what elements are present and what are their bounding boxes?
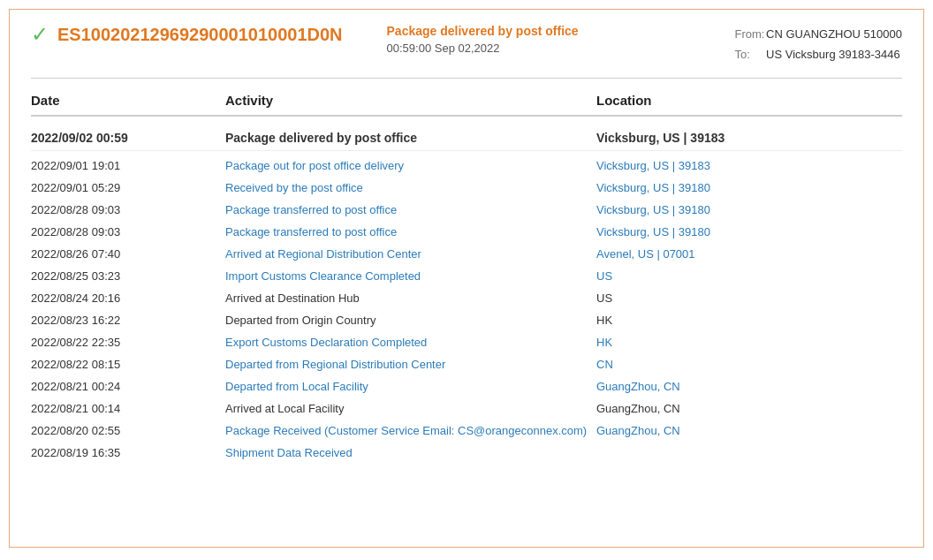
cell-date: 2022/09/01 05:29 [31, 181, 225, 194]
cell-location: GuangZhou, CN [596, 402, 902, 415]
from-label: From: [734, 24, 762, 44]
cell-activity: Departed from Local Facility [225, 380, 596, 393]
table-row: 2022/09/01 05:29Received by the post off… [31, 177, 902, 199]
cell-date: 2022/08/22 22:35 [31, 336, 225, 349]
cell-activity: Package out for post office delivery [225, 159, 596, 172]
cell-location: US [596, 269, 902, 283]
cell-date: 2022/08/22 08:15 [31, 358, 225, 371]
table-row: 2022/08/22 22:35Export Customs Declarati… [31, 331, 902, 353]
cell-location: Vicksburg, US | 39180 [596, 225, 902, 238]
table-row: 2022/08/19 16:35Shipment Data Received [31, 442, 902, 464]
cell-date: 2022/08/28 09:03 [31, 225, 225, 238]
col-activity-header: Activity [225, 93, 596, 108]
cell-activity: Package Received (Customer Service Email… [225, 424, 596, 437]
tracking-table: Date Activity Location 2022/09/02 00:59P… [31, 93, 902, 464]
header-right: From: CN GUANGZHOU 510000 To: US Vicksbu… [734, 24, 902, 65]
cell-activity: Received by the post office [225, 181, 596, 194]
cell-date: 2022/08/25 03:23 [31, 269, 225, 283]
cell-date: 2022/09/02 00:59 [31, 131, 225, 145]
table-row: 2022/08/20 02:55Package Received (Custom… [31, 420, 902, 442]
table-row: 2022/08/21 00:14Arrived at Local Facilit… [31, 397, 902, 420]
cell-activity: Shipment Data Received [225, 446, 596, 459]
col-location-header: Location [596, 93, 902, 108]
cell-activity: Departed from Regional Distribution Cent… [225, 358, 596, 371]
cell-location: Vicksburg, US | 39183 [596, 159, 902, 172]
table-row: 2022/08/22 08:15Departed from Regional D… [31, 353, 902, 375]
cell-date: 2022/08/24 20:16 [31, 291, 225, 305]
status-text: Package delivered by post office [387, 24, 717, 38]
to-label: To: [734, 44, 762, 64]
to-value: US Vicksburg 39183-3446 [766, 48, 900, 61]
table-row: 2022/09/01 19:01Package out for post off… [31, 155, 902, 177]
table-row: 2022/08/25 03:23Import Customs Clearance… [31, 265, 902, 287]
cell-date: 2022/08/23 16:22 [31, 314, 225, 327]
cell-location: Vicksburg, US | 39180 [596, 181, 902, 194]
table-row: 2022/08/21 00:24Departed from Local Faci… [31, 375, 902, 397]
table-header: Date Activity Location [31, 93, 902, 117]
table-row: 2022/08/28 09:03Package transferred to p… [31, 199, 902, 221]
cell-location: Avenel, US | 07001 [596, 247, 902, 261]
cell-activity: Package transferred to post office [225, 203, 596, 216]
col-date-header: Date [31, 93, 225, 108]
cell-location: Vicksburg, US | 39183 [596, 131, 902, 145]
cell-location: CN [596, 358, 902, 371]
cell-activity: Departed from Origin Country [225, 314, 596, 327]
cell-activity: Export Customs Declaration Completed [225, 336, 596, 349]
cell-location: HK [596, 314, 902, 327]
cell-location: GuangZhou, CN [596, 424, 902, 437]
header-center: Package delivered by post office 00:59:0… [360, 24, 717, 55]
from-row: From: CN GUANGZHOU 510000 [734, 24, 902, 44]
cell-date: 2022/08/20 02:55 [31, 424, 225, 437]
header-left: ✓ ES10020212969290001010001D0N [31, 24, 343, 45]
cell-date: 2022/08/28 09:03 [31, 203, 225, 216]
cell-location: HK [596, 336, 902, 349]
cell-activity: Arrived at Destination Hub [225, 291, 596, 305]
cell-location: GuangZhou, CN [596, 380, 902, 393]
table-row: 2022/08/28 09:03Package transferred to p… [31, 221, 902, 243]
cell-date: 2022/09/01 19:01 [31, 159, 225, 172]
status-time: 00:59:00 Sep 02,2022 [387, 42, 717, 55]
table-body: 2022/09/02 00:59Package delivered by pos… [31, 124, 902, 464]
cell-location: US [596, 291, 902, 305]
cell-activity: Package delivered by post office [225, 131, 596, 145]
cell-activity: Package transferred to post office [225, 225, 596, 238]
cell-activity: Arrived at Regional Distribution Center [225, 247, 596, 261]
cell-date: 2022/08/26 07:40 [31, 247, 225, 261]
to-row: To: US Vicksburg 39183-3446 [734, 44, 902, 64]
header: ✓ ES10020212969290001010001D0N Package d… [31, 24, 902, 79]
cell-date: 2022/08/19 16:35 [31, 446, 225, 459]
main-container: ✓ ES10020212969290001010001D0N Package d… [9, 9, 924, 548]
cell-date: 2022/08/21 00:14 [31, 402, 225, 415]
cell-activity: Arrived at Local Facility [225, 402, 596, 415]
cell-activity: Import Customs Clearance Completed [225, 269, 596, 283]
tracking-number: ES10020212969290001010001D0N [57, 25, 343, 45]
table-row: 2022/09/02 00:59Package delivered by pos… [31, 124, 902, 151]
table-row: 2022/08/26 07:40Arrived at Regional Dist… [31, 243, 902, 265]
table-row: 2022/08/23 16:22Departed from Origin Cou… [31, 309, 902, 331]
cell-location: Vicksburg, US | 39180 [596, 203, 902, 216]
table-row: 2022/08/24 20:16Arrived at Destination H… [31, 287, 902, 309]
cell-date: 2022/08/21 00:24 [31, 380, 225, 393]
from-value: CN GUANGZHOU 510000 [766, 27, 902, 41]
checkmark-icon: ✓ [31, 24, 49, 45]
